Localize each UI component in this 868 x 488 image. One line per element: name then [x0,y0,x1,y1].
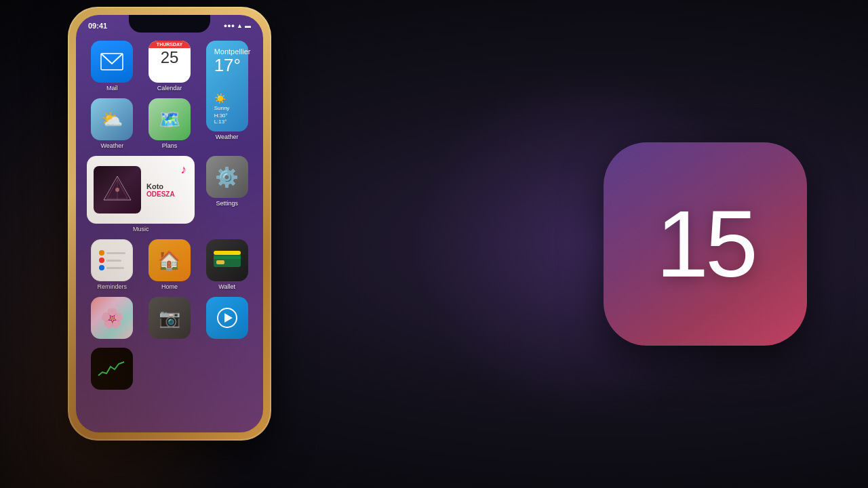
music-artist-name: ODESZA [146,190,188,198]
maps-icon: 🗺️ [149,98,191,140]
svg-rect-9 [214,251,241,255]
weather-widget-label: Weather [216,134,239,140]
app-camera[interactable]: 📷 [144,297,195,341]
signal-icon: ●●● [224,22,235,29]
weather-widget: Montpellier 17° ☀️ Sunny H:30° L:13° [206,41,248,131]
maps-label: Plans [162,142,178,149]
weather-condition: Sunny [214,105,240,111]
svg-rect-8 [214,256,241,259]
app-home[interactable]: 🏠 Home [144,239,195,290]
home-grid: Mail THURSDAY 25 Calendar Montpellier 17… [84,38,255,394]
calendar-day-name: THURSDAY [149,41,191,48]
reminders-label: Reminders [98,283,127,290]
ios15-container: 15 [597,136,814,352]
photos-icon: 🌸 [91,297,133,339]
settings-icon: ⚙️ [206,156,248,198]
music-info: Koto ODESZA [146,182,188,198]
weather-icon: ⛅ [91,98,133,140]
app-testflight[interactable] [201,297,252,341]
svg-marker-12 [224,313,233,323]
app-calendar[interactable]: THURSDAY 25 Calendar [144,41,195,92]
phone-notch [129,15,210,33]
home-icon: 🏠 [149,239,191,281]
app-weather[interactable]: ⛅ Weather [87,98,138,149]
status-icons: ●●● ▲ ▬ [224,22,251,29]
settings-label: Settings [216,200,238,207]
status-time: 09:41 [88,22,107,30]
music-note-icon: ♪ [180,163,186,177]
reminders-icon [91,239,133,281]
weather-temp: 17° [214,56,240,75]
calendar-icon: THURSDAY 25 [149,41,191,83]
app-settings[interactable]: ⚙️ Settings [201,156,252,232]
app-music[interactable]: Koto ODESZA ♪ Music [87,156,195,232]
weather-sun-icon: ☀️ [214,93,240,104]
mail-label: Mail [106,85,118,92]
music-widget: Koto ODESZA ♪ [87,156,195,224]
phone-frame: 09:41 ●●● ▲ ▬ Mail [68,7,271,441]
battery-icon: ▬ [245,22,251,29]
app-wallet[interactable]: Wallet [201,239,252,290]
music-album [94,166,141,214]
mail-icon [91,41,133,83]
app-weather-widget[interactable]: Montpellier 17° ☀️ Sunny H:30° L:13° Wea… [201,41,252,149]
camera-icon: 📷 [149,297,191,339]
app-reminders[interactable]: Reminders [87,239,138,290]
ios15-icon: 15 [604,142,807,346]
app-mail[interactable]: Mail [87,41,138,92]
music-album-art [94,166,141,214]
testflight-icon [206,297,248,339]
svg-rect-10 [216,260,224,264]
music-label: Music [133,226,149,232]
wallet-label: Wallet [218,283,235,290]
stocks-icon [91,348,133,390]
phone-screen: 09:41 ●●● ▲ ▬ Mail [76,15,263,432]
wifi-icon: ▲ [237,22,243,29]
wallet-icon [206,239,248,281]
home-label: Home [161,283,178,290]
app-stocks[interactable] [87,348,138,392]
weather-label: Weather [100,142,123,149]
ios15-number: 15 [656,197,755,291]
music-song-title: Koto [146,182,188,190]
weather-highlow: H:30° L:13° [214,113,240,125]
app-photos[interactable]: 🌸 [87,297,138,341]
svg-point-6 [115,188,119,192]
calendar-label: Calendar [157,85,182,92]
app-maps[interactable]: 🗺️ Plans [144,98,195,149]
calendar-day-num: 25 [161,49,179,66]
